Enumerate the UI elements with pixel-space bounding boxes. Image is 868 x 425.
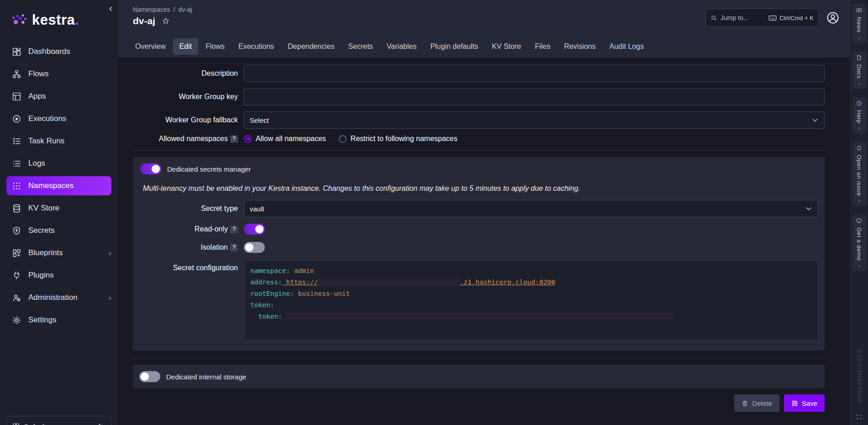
version-label: 0.22.0-SNAPSHOT bbox=[856, 349, 863, 403]
help-icon[interactable]: ? bbox=[230, 226, 238, 233]
sidebar-item-label: Settings bbox=[28, 315, 56, 325]
select-value: vault bbox=[250, 205, 264, 213]
sidebar-item-label: Flows bbox=[28, 69, 48, 79]
executions-icon bbox=[12, 114, 21, 124]
tab-audit-logs[interactable]: Audit Logs bbox=[603, 38, 651, 55]
tab-overview[interactable]: Overview bbox=[129, 38, 172, 55]
sidebar-collapse-icon[interactable]: ‹ bbox=[109, 4, 112, 14]
vault-address-link: https:// bbox=[282, 278, 318, 286]
description-input[interactable] bbox=[244, 65, 825, 82]
apps-icon bbox=[12, 92, 21, 101]
tab-edit[interactable]: Edit bbox=[173, 38, 199, 55]
tenant-selector[interactable]: Default bbox=[6, 416, 111, 425]
save-icon bbox=[791, 400, 798, 407]
vault-address-link: .z1.hashicorp.cloud:8200 bbox=[459, 278, 555, 286]
breadcrumb-separator: / bbox=[174, 6, 175, 13]
sidebar-item-kv-store[interactable]: KV Store bbox=[0, 199, 118, 218]
secret-type-label: Secret type bbox=[139, 205, 238, 213]
sidebar: ‹ kestra. Dashboards bbox=[0, 0, 118, 425]
redacted-secret-value bbox=[286, 312, 674, 320]
sidebar-item-task-runs[interactable]: Task Runs bbox=[0, 131, 118, 151]
sidebar-item-plugins[interactable]: Plugins bbox=[0, 266, 118, 285]
tab-secrets[interactable]: Secrets bbox=[342, 38, 379, 55]
tab-variables[interactable]: Variables bbox=[380, 38, 423, 55]
open-in-new-icon bbox=[857, 264, 861, 268]
rail-item-open-an-issue[interactable]: Open an issue bbox=[852, 142, 866, 206]
tab-plugin-defaults[interactable]: Plugin defaults bbox=[424, 38, 484, 55]
tab-flows[interactable]: Flows bbox=[199, 38, 231, 55]
allowed-namespaces-label: Allowed namespaces bbox=[159, 135, 228, 142]
flows-icon bbox=[12, 69, 21, 79]
sidebar-item-blueprints[interactable]: Blueprints › bbox=[0, 243, 118, 262]
favorite-star-icon[interactable] bbox=[162, 17, 170, 25]
jump-to-placeholder: Jump to... bbox=[721, 14, 765, 21]
sidebar-item-executions[interactable]: Executions bbox=[0, 109, 118, 128]
main-area: Namespaces / dv-aj dv-aj Jump to... Ctrl… bbox=[118, 0, 850, 425]
rail-item-get-a-demo[interactable]: Get a demo bbox=[852, 214, 866, 271]
demo-monitor-icon bbox=[856, 218, 862, 224]
help-icon[interactable]: ? bbox=[230, 135, 238, 143]
sidebar-item-label: Administration bbox=[28, 293, 78, 302]
radio-allow-all-namespaces[interactable]: Allow all namespaces bbox=[244, 135, 326, 143]
radio-selected-icon bbox=[244, 135, 252, 143]
rail-bottom-icon[interactable] bbox=[856, 414, 863, 420]
kv-store-icon bbox=[12, 204, 21, 213]
dedicated-secrets-manager-toggle[interactable] bbox=[140, 163, 161, 174]
keyboard-icon bbox=[768, 15, 777, 21]
rail-item-help[interactable]: Help bbox=[852, 97, 866, 134]
tab-revisions[interactable]: Revisions bbox=[558, 38, 602, 55]
sidebar-item-apps[interactable]: Apps bbox=[0, 87, 118, 106]
dedicated-internal-storage-toggle[interactable] bbox=[139, 371, 160, 382]
secrets-icon bbox=[12, 226, 21, 236]
sidebar-nav: Dashboards Flows Apps Executions Task Ru… bbox=[0, 42, 118, 333]
user-avatar[interactable] bbox=[826, 11, 840, 25]
help-icon[interactable]: ? bbox=[230, 244, 238, 252]
rail-item-docs[interactable]: Docs bbox=[852, 51, 866, 89]
dashboards-icon bbox=[12, 47, 21, 57]
breadcrumb-current[interactable]: dv-aj bbox=[179, 6, 192, 13]
help-circle-icon bbox=[856, 100, 862, 106]
tab-executions[interactable]: Executions bbox=[232, 38, 280, 55]
secret-configuration-label: Secret configuration bbox=[139, 260, 238, 272]
sidebar-item-label: Blueprints bbox=[28, 248, 63, 257]
read-only-toggle[interactable] bbox=[244, 224, 265, 235]
page-title: dv-aj bbox=[133, 16, 155, 26]
sidebar-item-administration[interactable]: Administration › bbox=[0, 288, 118, 307]
sidebar-item-dashboards[interactable]: Dashboards bbox=[0, 42, 118, 61]
dedicated-secrets-manager-panel: Dedicated secrets manager Multi-tenancy … bbox=[133, 157, 825, 351]
sidebar-item-flows[interactable]: Flows bbox=[0, 64, 118, 84]
worker-group-key-input[interactable] bbox=[244, 88, 825, 105]
delete-button[interactable]: Delete bbox=[734, 394, 779, 412]
secret-type-select[interactable]: vault bbox=[244, 200, 818, 217]
kestra-logo[interactable]: kestra. bbox=[0, 0, 118, 42]
trash-icon bbox=[742, 400, 748, 407]
sidebar-item-secrets[interactable]: Secrets bbox=[0, 221, 118, 240]
radio-unselected-icon bbox=[339, 135, 347, 143]
open-in-new-icon bbox=[857, 199, 861, 204]
save-button[interactable]: Save bbox=[784, 394, 825, 412]
chevron-down-icon bbox=[805, 205, 812, 212]
section-divider bbox=[133, 150, 825, 151]
sidebar-item-logs[interactable]: Logs bbox=[0, 154, 118, 173]
secret-configuration-editor[interactable]: namespace: admin address: https://.z1.ha… bbox=[244, 260, 818, 341]
sidebar-item-namespaces[interactable]: Namespaces bbox=[6, 176, 111, 195]
jump-to-search[interactable]: Jump to... Ctrl/Cmd + K bbox=[705, 9, 819, 27]
tab-files[interactable]: Files bbox=[528, 38, 557, 55]
dedicated-secrets-manager-label: Dedicated secrets manager bbox=[167, 165, 251, 173]
administration-icon bbox=[12, 293, 21, 303]
rail-item-news[interactable]: News bbox=[852, 4, 866, 43]
worker-group-key-label: Worker Group key bbox=[133, 93, 238, 101]
isolation-label: Isolation bbox=[200, 243, 228, 251]
worker-group-fallback-select[interactable]: Select bbox=[244, 111, 825, 129]
breadcrumb-namespaces[interactable]: Namespaces bbox=[133, 6, 170, 13]
dedicated-internal-storage-panel: Dedicated internal storage bbox=[133, 365, 825, 388]
isolation-toggle[interactable] bbox=[244, 242, 265, 253]
plugins-icon bbox=[12, 271, 21, 280]
sidebar-item-label: Executions bbox=[28, 114, 66, 123]
sidebar-item-label: Apps bbox=[28, 92, 46, 101]
tab-dependencies[interactable]: Dependencies bbox=[281, 38, 341, 55]
tab-kv-store[interactable]: KV Store bbox=[485, 38, 527, 55]
section-divider bbox=[133, 358, 825, 358]
radio-restrict-namespaces[interactable]: Restrict to following namespaces bbox=[339, 135, 458, 143]
sidebar-item-settings[interactable]: Settings bbox=[0, 310, 118, 330]
